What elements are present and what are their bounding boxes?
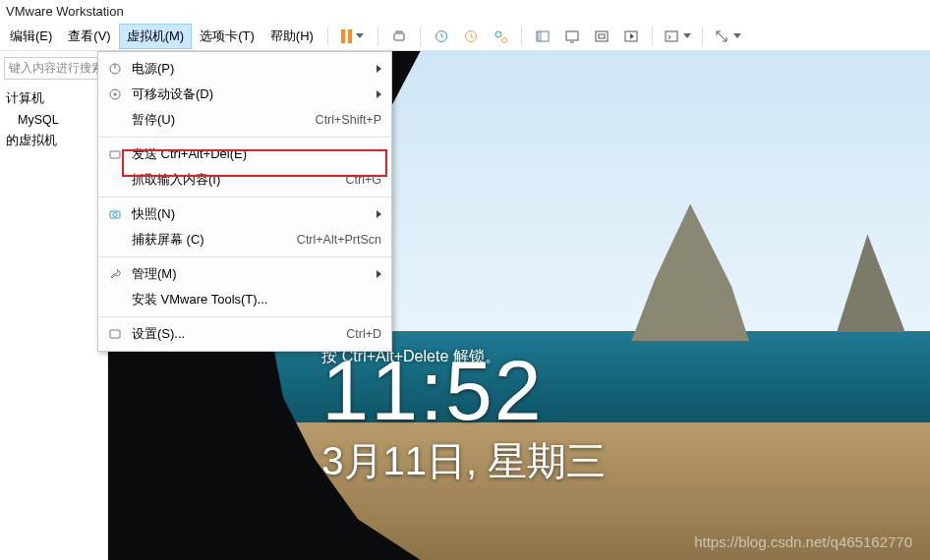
svg-rect-6 [537,31,542,41]
view-exclusive-button[interactable] [618,24,644,49]
menu-capture-label: 捕获屏幕 (C) [126,231,297,249]
pause-vm-button[interactable] [336,24,370,49]
svg-point-16 [114,93,117,96]
settings-icon [104,327,126,341]
menu-removable-label: 可移动设备(D) [126,85,371,103]
svg-rect-9 [596,31,608,41]
menu-tabs[interactable]: 选项卡(T) [192,24,262,49]
menu-settings[interactable]: 设置(S)... Ctrl+D [98,321,391,347]
submenu-arrow-icon [377,90,381,98]
snapshot-icon [104,207,126,221]
toolbar-separator [378,27,378,46]
tree-item-computer[interactable]: 计算机 [4,87,103,110]
devices-icon [104,87,126,101]
menu-grab-accel: Ctrl+G [346,173,381,187]
menu-edit[interactable]: 编辑(E) [2,24,60,49]
menu-settings-accel: Ctrl+D [346,327,381,341]
menu-grab-label: 抓取输入内容(I) [126,171,346,189]
menu-snapshot-label: 快照(N) [126,205,371,223]
enter-fullscreen-button[interactable] [711,24,744,49]
svg-rect-12 [666,31,677,41]
view-single-button[interactable] [530,24,555,49]
lockscreen-date: 3月11日, 星期三 [321,434,606,488]
menu-grab-input[interactable]: 抓取输入内容(I) Ctrl+G [98,167,391,193]
svg-rect-17 [110,151,120,158]
menu-send-cad[interactable]: 发送 Ctrl+Alt+Del(E) [98,141,391,167]
search-placeholder: 键入内容进行搜索 [9,60,103,77]
submenu-arrow-icon [377,210,381,218]
svg-rect-10 [599,34,605,38]
send-cad-toolbar-button[interactable] [386,24,412,49]
menu-pause-label: 暂停(U) [126,111,316,129]
expand-icon [714,28,729,44]
monitor-icon [564,28,580,44]
power-icon [104,62,126,76]
menu-separator [98,196,391,197]
menu-capture-accel: Ctrl+Alt+PrtScn [297,233,381,247]
console-icon [664,28,679,44]
chevron-down-icon [733,33,741,38]
lockscreen-time: 11:52 [321,348,606,432]
layout-single-icon [535,28,551,44]
clock-icon [434,28,449,44]
chevron-down-icon [356,33,364,38]
menu-view[interactable]: 查看(V) [60,24,118,49]
snapshot-take-button[interactable] [429,24,454,49]
vm-menu-dropdown: 电源(P) 可移动设备(D) 暂停(U) Ctrl+Shift+P 发送 Ctr… [97,51,392,352]
svg-rect-7 [566,31,578,40]
menu-send-cad-label: 发送 Ctrl+Alt+Del(E) [126,145,381,163]
menu-power[interactable]: 电源(P) [98,56,391,82]
clock-tree-icon [493,28,508,44]
menu-bar: 编辑(E) 查看(V) 虚拟机(M) 选项卡(T) 帮助(H) [0,22,930,51]
view-console-button[interactable] [559,24,585,49]
menu-pause[interactable]: 暂停(U) Ctrl+Shift+P [98,107,391,133]
svg-point-19 [113,213,117,217]
submenu-arrow-icon [377,65,381,73]
menu-tools-label: 安装 VMware Tools(T)... [126,291,381,308]
svg-point-3 [495,31,501,37]
toolbar-separator [327,27,328,46]
svg-point-4 [501,37,506,42]
tree-item-shared[interactable]: 的虚拟机 [4,130,103,152]
fit-icon [594,28,610,44]
library-search[interactable]: 键入内容进行搜索 [4,57,103,80]
menu-pause-accel: Ctrl+Shift+P [316,113,381,127]
svg-rect-0 [394,33,404,40]
menu-manage-label: 管理(M) [126,265,371,283]
fullscreen-out-icon [623,28,639,44]
menu-separator [98,316,391,317]
view-stretch-button[interactable] [589,24,614,49]
menu-vm[interactable]: 虚拟机(M) [119,24,193,49]
toolbar-separator [521,27,522,46]
clock-back-icon [463,28,479,44]
pause-icon [341,29,352,43]
enter-unity-button[interactable] [661,24,694,49]
sidebar: 键入内容进行搜索 计算机 MySQL 的虚拟机 [0,51,108,560]
svg-rect-20 [110,330,120,338]
send-cad-icon [104,147,126,161]
snapshot-revert-button[interactable] [458,24,484,49]
menu-settings-label: 设置(S)... [126,325,346,343]
menu-separator [98,256,391,257]
tree-item-mysql[interactable]: MySQL [4,110,103,130]
toolbar-separator [702,27,703,46]
menu-separator [98,137,391,138]
menu-removable-devices[interactable]: 可移动设备(D) [98,82,391,107]
toolbar-separator [652,27,653,46]
title-bar: VMware Workstation [0,0,930,22]
wrench-icon [104,267,126,281]
submenu-arrow-icon [377,270,381,278]
menu-install-tools[interactable]: 安装 VMware Tools(T)... [98,287,391,312]
menu-snapshot[interactable]: 快照(N) [98,201,391,227]
snapshot-manage-button[interactable] [488,24,513,49]
chevron-down-icon [683,33,691,38]
menu-capture[interactable]: 捕获屏幕 (C) Ctrl+Alt+PrtScn [98,227,391,252]
app-title: VMware Workstation [6,4,124,19]
watermark-text: https://blog.csdn.net/q465162770 [694,533,912,550]
lockscreen-clock: 11:52 3月11日, 星期三 [321,348,606,488]
menu-help[interactable]: 帮助(H) [262,24,321,49]
toolbar-separator [420,27,421,46]
send-icon [391,28,407,44]
menu-manage[interactable]: 管理(M) [98,261,391,287]
menu-power-label: 电源(P) [126,60,371,78]
